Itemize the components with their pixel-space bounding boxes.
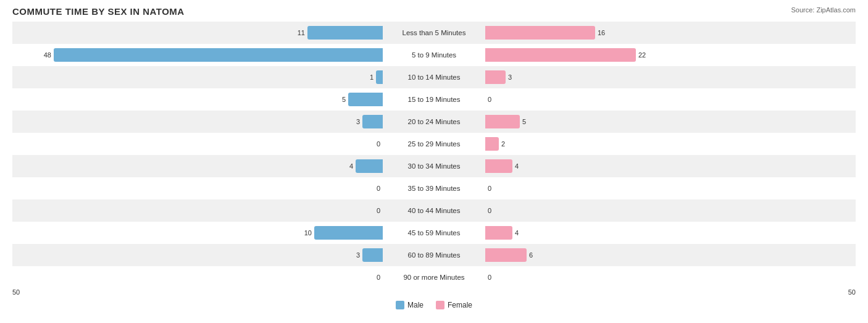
- female-label: Female: [448, 301, 472, 309]
- female-value: 4: [515, 229, 519, 237]
- male-bar-area: 11: [12, 22, 383, 44]
- female-value: 3: [508, 73, 512, 81]
- male-bar-area: 48: [12, 44, 383, 66]
- female-bar-area: 5: [485, 111, 856, 133]
- male-bar: [362, 248, 383, 262]
- axis-right: 50: [848, 288, 856, 296]
- table-row: 090 or more Minutes0: [12, 266, 856, 288]
- male-bar-area: 0: [12, 133, 383, 155]
- female-value: 0: [488, 274, 491, 281]
- female-bar-area: 0: [485, 88, 856, 111]
- table-row: 360 to 89 Minutes6: [12, 244, 856, 266]
- table-row: 320 to 24 Minutes5: [12, 111, 856, 133]
- table-row: 035 to 39 Minutes0: [12, 177, 856, 199]
- row-label: 40 to 44 Minutes: [383, 207, 485, 214]
- female-bar-area: 16: [485, 22, 856, 44]
- female-bar-area: 0: [485, 266, 856, 288]
- female-bar-area: 6: [485, 244, 856, 266]
- female-value: 16: [598, 29, 605, 36]
- female-value: 0: [488, 96, 491, 103]
- row-label: 5 to 9 Minutes: [383, 51, 485, 59]
- female-bar: [485, 248, 527, 262]
- table-row: 485 to 9 Minutes22: [12, 44, 856, 66]
- male-bar: [356, 159, 383, 173]
- female-value: 22: [638, 51, 646, 59]
- female-bar: [485, 48, 636, 62]
- chart-title: COMMUTE TIME BY SEX IN NATOMA: [12, 6, 856, 17]
- table-row: 110 to 14 Minutes3: [12, 66, 856, 88]
- male-value: 48: [44, 51, 51, 59]
- male-bar-area: 3: [12, 111, 383, 133]
- male-value: 5: [342, 96, 346, 103]
- male-bar-area: 5: [12, 88, 383, 111]
- chart-inner: 11Less than 5 Minutes16485 to 9 Minutes2…: [12, 22, 856, 288]
- male-bar: [348, 93, 383, 106]
- row-label: 25 to 29 Minutes: [383, 140, 485, 148]
- male-bar: [314, 226, 383, 240]
- female-bar: [485, 137, 499, 151]
- male-value: 3: [356, 118, 360, 125]
- male-value: 1: [370, 73, 373, 81]
- female-value: 6: [529, 251, 533, 259]
- table-row: 11Less than 5 Minutes16: [12, 22, 856, 44]
- legend-male: Male: [396, 301, 424, 309]
- row-label: 60 to 89 Minutes: [383, 251, 485, 259]
- female-bar: [485, 70, 506, 84]
- source-text: Source: ZipAtlas.com: [791, 6, 856, 14]
- female-value: 0: [488, 185, 491, 192]
- male-bar-area: 0: [12, 199, 383, 222]
- row-label: 20 to 24 Minutes: [383, 118, 485, 125]
- legend-female: Female: [436, 301, 472, 309]
- rows-area: 11Less than 5 Minutes16485 to 9 Minutes2…: [12, 22, 856, 288]
- male-value: 3: [356, 251, 360, 259]
- male-bar-area: 10: [12, 222, 383, 244]
- table-row: 1045 to 59 Minutes4: [12, 222, 856, 244]
- female-bar-area: 4: [485, 155, 856, 177]
- male-value: 0: [377, 207, 380, 214]
- male-value: 0: [377, 274, 380, 281]
- male-bar-area: 3: [12, 244, 383, 266]
- male-value: 0: [377, 185, 380, 192]
- male-value: 0: [377, 140, 380, 148]
- male-bar: [307, 26, 383, 40]
- male-bar: [362, 115, 383, 128]
- male-bar: [376, 70, 383, 84]
- row-label: 15 to 19 Minutes: [383, 96, 485, 103]
- chart-container: COMMUTE TIME BY SEX IN NATOMA Source: Zi…: [0, 0, 868, 323]
- female-bar: [485, 226, 512, 240]
- row-label: 10 to 14 Minutes: [383, 73, 485, 81]
- table-row: 040 to 44 Minutes0: [12, 199, 856, 222]
- male-value: 10: [304, 229, 312, 237]
- row-label: 90 or more Minutes: [383, 274, 485, 281]
- male-bar-area: 4: [12, 155, 383, 177]
- male-label: Male: [407, 301, 424, 309]
- female-value: 5: [522, 118, 526, 125]
- female-bar-area: 4: [485, 222, 856, 244]
- row-label: 30 to 34 Minutes: [383, 162, 485, 170]
- female-bar-area: 22: [485, 44, 856, 66]
- axis-labels: 50 50: [12, 288, 856, 297]
- female-bar-area: 3: [485, 66, 856, 88]
- female-bar: [485, 115, 520, 128]
- male-bar-area: 1: [12, 66, 383, 88]
- female-bar-area: 2: [485, 133, 856, 155]
- male-bar: [54, 48, 383, 62]
- row-label: 45 to 59 Minutes: [383, 229, 485, 237]
- female-value: 0: [488, 207, 491, 214]
- table-row: 025 to 29 Minutes2: [12, 133, 856, 155]
- male-bar-area: 0: [12, 266, 383, 288]
- female-bar: [485, 159, 512, 173]
- male-bar-area: 0: [12, 177, 383, 199]
- female-value: 4: [515, 162, 519, 170]
- female-value: 2: [501, 140, 505, 148]
- female-bar: [485, 26, 595, 40]
- row-label: 35 to 39 Minutes: [383, 185, 485, 192]
- legend: Male Female: [12, 301, 856, 309]
- male-color-box: [396, 301, 404, 309]
- table-row: 515 to 19 Minutes0: [12, 88, 856, 111]
- axis-left: 50: [12, 288, 20, 296]
- female-bar-area: 0: [485, 199, 856, 222]
- male-value: 11: [298, 29, 305, 36]
- row-label: Less than 5 Minutes: [383, 29, 485, 36]
- female-color-box: [436, 301, 444, 309]
